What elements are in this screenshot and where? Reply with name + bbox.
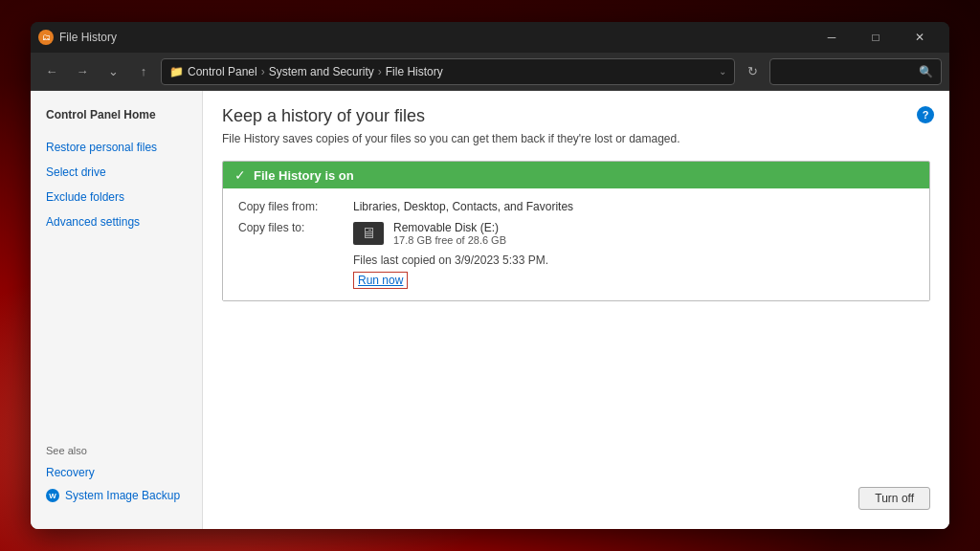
up-button[interactable]: ↑ bbox=[130, 58, 157, 85]
file-history-window: 🗂 File History ─ □ ✕ ← → ⌄ ↑ 📁 Control P… bbox=[31, 22, 949, 529]
breadcrumb-sep1: › bbox=[261, 65, 265, 78]
breadcrumb-part3: File History bbox=[386, 65, 443, 78]
page-subtitle: File History saves copies of your files … bbox=[222, 132, 930, 145]
drive-size: 17.8 GB free of 28.6 GB bbox=[393, 234, 506, 246]
addressbar: ← → ⌄ ↑ 📁 Control Panel › System and Sec… bbox=[31, 53, 949, 91]
page-title: Keep a history of your files bbox=[222, 106, 930, 126]
copy-to-label: Copy files to: bbox=[238, 221, 353, 234]
minimize-button[interactable]: ─ bbox=[810, 22, 854, 53]
window-controls: ─ □ ✕ bbox=[810, 22, 942, 53]
drive-icon: 🖥 bbox=[353, 222, 384, 245]
copy-from-label: Copy files from: bbox=[238, 200, 353, 213]
sidebar-item-system-image-backup[interactable]: W System Image Backup bbox=[31, 485, 202, 506]
run-now-link[interactable]: Run now bbox=[353, 272, 408, 289]
breadcrumb-part2: System and Security bbox=[269, 65, 374, 78]
breadcrumb-part1: Control Panel bbox=[188, 65, 257, 78]
close-button[interactable]: ✕ bbox=[898, 22, 942, 53]
status-body: Copy files from: Libraries, Desktop, Con… bbox=[223, 188, 929, 300]
titlebar: 🗂 File History ─ □ ✕ bbox=[31, 22, 949, 53]
copy-to-row: Copy files to: 🖥 Removable Disk (E:) 17.… bbox=[238, 221, 914, 246]
system-image-backup-label: System Image Backup bbox=[65, 489, 180, 502]
last-copied-section: Files last copied on 3/9/2023 5:33 PM. R… bbox=[238, 253, 914, 289]
breadcrumb-sep2: › bbox=[378, 65, 382, 78]
sidebar-item-restore[interactable]: Restore personal files bbox=[31, 135, 202, 160]
see-also-label: See also bbox=[31, 430, 202, 460]
sidebar: Control Panel Home Restore personal file… bbox=[31, 91, 203, 529]
folder-icon: 📁 bbox=[169, 65, 184, 78]
search-icon: 🔍 bbox=[919, 65, 933, 78]
drive-info-row: 🖥 Removable Disk (E:) 17.8 GB free of 28… bbox=[353, 221, 506, 246]
dropdown-button[interactable]: ⌄ bbox=[100, 58, 126, 85]
last-copied-text: Files last copied on 3/9/2023 5:33 PM. bbox=[353, 253, 914, 267]
drive-name: Removable Disk (E:) bbox=[393, 221, 506, 234]
sidebar-item-select-drive[interactable]: Select drive bbox=[31, 160, 202, 185]
address-box[interactable]: 📁 Control Panel › System and Security › … bbox=[161, 58, 735, 85]
file-history-status-box: ✓ File History is on Copy files from: Li… bbox=[222, 161, 930, 301]
sidebar-item-control-panel-home[interactable]: Control Panel Home bbox=[31, 102, 202, 127]
search-box[interactable]: 🔍 bbox=[769, 58, 942, 85]
copy-from-value: Libraries, Desktop, Contacts, and Favori… bbox=[353, 200, 573, 213]
status-text: File History is on bbox=[254, 168, 354, 183]
content-area: Control Panel Home Restore personal file… bbox=[31, 91, 949, 529]
status-check-icon: ✓ bbox=[234, 167, 246, 183]
address-dropdown-icon: ⌄ bbox=[719, 66, 726, 77]
sidebar-item-advanced-settings[interactable]: Advanced settings bbox=[31, 209, 202, 234]
refresh-button[interactable]: ↻ bbox=[739, 58, 766, 85]
window-title: File History bbox=[59, 31, 810, 44]
back-button[interactable]: ← bbox=[38, 58, 65, 85]
status-header: ✓ File History is on bbox=[223, 162, 929, 188]
forward-button[interactable]: → bbox=[69, 58, 96, 85]
main-panel: ? Keep a history of your files File Hist… bbox=[203, 91, 949, 529]
help-button[interactable]: ? bbox=[917, 106, 934, 123]
copy-from-row: Copy files from: Libraries, Desktop, Con… bbox=[238, 200, 914, 213]
drive-details: Removable Disk (E:) 17.8 GB free of 28.6… bbox=[393, 221, 506, 246]
sidebar-item-exclude-folders[interactable]: Exclude folders bbox=[31, 185, 202, 209]
app-icon: 🗂 bbox=[38, 30, 54, 45]
system-image-backup-icon: W bbox=[46, 489, 59, 502]
sidebar-item-recovery[interactable]: Recovery bbox=[31, 460, 202, 485]
turn-off-button[interactable]: Turn off bbox=[858, 487, 930, 510]
maximize-button[interactable]: □ bbox=[854, 22, 898, 53]
